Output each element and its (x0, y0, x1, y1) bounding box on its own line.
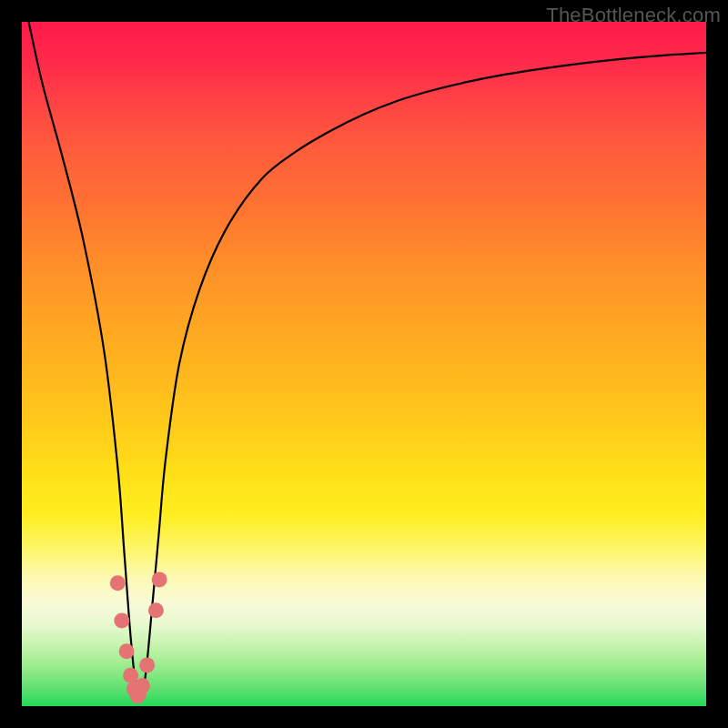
bottleneck-curve (29, 22, 706, 701)
highlight-marker (139, 657, 155, 672)
highlight-marker (135, 678, 150, 693)
highlight-marker (123, 668, 138, 683)
highlight-marker (119, 643, 135, 659)
highlight-marker (110, 575, 126, 591)
plot-area (22, 22, 706, 706)
highlight-marker (152, 571, 167, 587)
chart-frame: TheBottleneck.com (0, 0, 728, 728)
bottleneck-curve-svg (22, 22, 706, 706)
watermark-text: TheBottleneck.com (546, 4, 721, 27)
highlight-marker (148, 602, 164, 618)
highlight-marker (114, 613, 129, 629)
